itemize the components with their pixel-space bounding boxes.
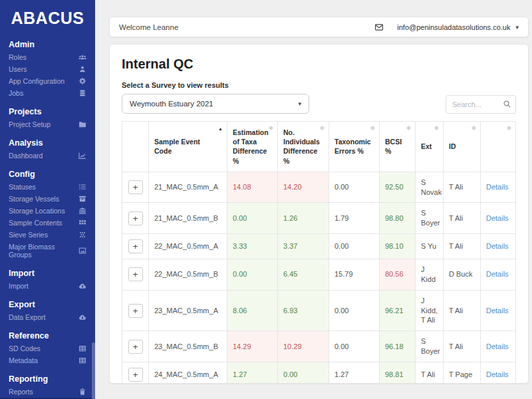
col-taxonomic-errors[interactable]: Taxonomic Errors % bbox=[329, 122, 380, 172]
cloud-download-icon bbox=[78, 313, 86, 321]
sample-event-code-cell: 23_MAC_0.5mm_A bbox=[149, 290, 227, 331]
individuals-diff-cell: 6.45 bbox=[278, 259, 329, 291]
sidebar-item-storage-locations[interactable]: Storage Locations bbox=[0, 205, 95, 217]
details-link[interactable]: Details bbox=[486, 342, 509, 350]
mail-icon[interactable] bbox=[374, 23, 384, 32]
bcsi-cell: 98.81 bbox=[380, 362, 416, 384]
qc-results-table: Sample Event Code▲ Estimation of Taxa Di… bbox=[122, 121, 516, 384]
col-expand bbox=[122, 122, 149, 172]
expand-row-button[interactable]: + bbox=[128, 340, 143, 354]
sidebar-item-statuses[interactable]: Statuses bbox=[0, 181, 95, 193]
grid-cells-icon bbox=[78, 219, 86, 227]
id-cell: T Ali bbox=[444, 290, 481, 331]
expand-row-button[interactable]: + bbox=[128, 368, 143, 382]
expand-row-button[interactable]: + bbox=[128, 180, 143, 194]
expand-row-button[interactable]: + bbox=[128, 239, 143, 253]
sort-icon bbox=[471, 126, 476, 130]
user-icon bbox=[78, 65, 86, 73]
sidebar-item-label: Metadata bbox=[9, 356, 38, 364]
sidebar-item-label: Users bbox=[9, 65, 27, 73]
image-icon bbox=[78, 247, 86, 255]
bcsi-cell: 98.80 bbox=[380, 203, 416, 234]
sidebar-item-project-setup[interactable]: Project Setup bbox=[0, 118, 95, 130]
expand-row-button[interactable]: + bbox=[128, 211, 143, 225]
sidebar-item-storage-vessels[interactable]: Storage Vessels bbox=[0, 193, 95, 205]
expand-row-button[interactable]: + bbox=[128, 304, 143, 318]
expand-row-button[interactable]: + bbox=[128, 267, 143, 281]
sidebar-item-app-configuration[interactable]: App Configuration bbox=[0, 75, 95, 87]
database-icon bbox=[78, 89, 86, 97]
est-taxa-diff-cell: 3.33 bbox=[227, 234, 278, 259]
details-link[interactable]: Details bbox=[486, 270, 509, 278]
bcsi-cell: 98.10 bbox=[380, 234, 416, 259]
chevron-down-icon: ▾ bbox=[515, 24, 519, 31]
individuals-diff-cell: 0.00 bbox=[278, 362, 329, 384]
details-link[interactable]: Details bbox=[486, 307, 509, 315]
id-cell: T Ali bbox=[444, 234, 481, 259]
taxonomic-errors-cell: 0.00 bbox=[329, 290, 380, 331]
sidebar-item-dashboard[interactable]: Dashboard bbox=[0, 150, 95, 162]
bcsi-cell: 96.21 bbox=[380, 290, 416, 331]
app-window: ABACUS Admin Roles Users App Configurati… bbox=[0, 0, 532, 399]
est-taxa-diff-cell: 14.29 bbox=[227, 331, 278, 362]
sidebar-item-label: Dashboard bbox=[9, 152, 43, 160]
chart-icon bbox=[78, 152, 86, 160]
sidebar-scrollbar[interactable] bbox=[92, 342, 95, 399]
sidebar-item-jobs[interactable]: Jobs bbox=[0, 87, 95, 99]
individuals-diff-cell: 1.26 bbox=[278, 203, 329, 234]
sample-event-code-cell: 22_MAC_0.5mm_A bbox=[149, 234, 227, 259]
sidebar-item-label: Jobs bbox=[9, 89, 23, 97]
sidebar-item-sd-codes[interactable]: SD Codes bbox=[0, 342, 95, 354]
sidebar-item-roles[interactable]: Roles bbox=[0, 51, 95, 63]
sidebar: ABACUS Admin Roles Users App Configurati… bbox=[0, 0, 95, 399]
individuals-diff-cell: 10.29 bbox=[278, 331, 329, 362]
sort-icon bbox=[320, 126, 325, 130]
table-row: + 22_MAC_0.5mm_B 0.00 6.45 15.79 80.56 J… bbox=[122, 259, 516, 291]
col-sample-event-code[interactable]: Sample Event Code▲ bbox=[149, 122, 227, 172]
col-individuals-difference[interactable]: No. Individuals Difference % bbox=[278, 122, 329, 172]
bcsi-cell: 96.18 bbox=[380, 331, 416, 362]
sort-icon bbox=[269, 126, 273, 130]
col-id[interactable]: ID bbox=[444, 122, 481, 172]
details-link[interactable]: Details bbox=[486, 214, 509, 222]
ext-cell: J Kidd, T Ali bbox=[416, 290, 444, 331]
sidebar-item-label: Sample Contents bbox=[9, 219, 63, 227]
ext-cell: S Boyer bbox=[416, 331, 444, 362]
details-link[interactable]: Details bbox=[486, 370, 509, 378]
sidebar-item-import[interactable]: Import bbox=[0, 280, 95, 292]
details-link[interactable]: Details bbox=[486, 183, 509, 191]
col-bcsi[interactable]: BCSI % bbox=[380, 122, 416, 172]
individuals-diff-cell: 6.93 bbox=[278, 290, 329, 331]
ext-cell: S Boyer bbox=[416, 203, 444, 234]
sidebar-section-admin: Admin bbox=[9, 40, 86, 49]
sidebar-item-label: Roles bbox=[9, 53, 27, 61]
sidebar-item-users[interactable]: Users bbox=[0, 63, 95, 75]
account-email: info@peninsuladatasolutions.co.uk bbox=[397, 23, 510, 31]
sidebar-item-major-biomass-groups[interactable]: Major Biomass Groups bbox=[0, 241, 95, 261]
sidebar-item-reports[interactable]: Reports bbox=[0, 386, 95, 398]
ext-cell: J Kidd bbox=[416, 259, 444, 291]
table-search bbox=[446, 95, 516, 114]
sidebar-item-data-export[interactable]: Data Export bbox=[0, 311, 95, 323]
sidebar-item-label: Storage Vessels bbox=[9, 195, 59, 203]
sidebar-item-label: Major Biomass Groups bbox=[9, 243, 78, 259]
table-row: + 23_MAC_0.5mm_A 8.06 6.93 0.00 96.21 J … bbox=[122, 290, 516, 331]
sidebar-item-label: SD Codes bbox=[9, 344, 41, 352]
survey-select[interactable]: Weymouth Estuary 2021 ▾ bbox=[122, 94, 309, 114]
est-taxa-diff-cell: 14.08 bbox=[227, 172, 278, 203]
col-ext[interactable]: Ext bbox=[416, 122, 444, 172]
col-estimation-taxa-difference[interactable]: Estimation of Taxa Difference % bbox=[227, 122, 278, 172]
sidebar-section-reference: Reference bbox=[9, 331, 86, 340]
sort-icon bbox=[370, 126, 375, 130]
taxonomic-errors-cell: 15.79 bbox=[329, 259, 380, 291]
sidebar-item-sieve-series[interactable]: Sieve Series bbox=[0, 229, 95, 241]
sidebar-item-metadata[interactable]: Metadata bbox=[0, 354, 95, 366]
sample-event-code-cell: 23_MAC_0.5mm_B bbox=[149, 331, 227, 362]
sort-ascending-icon: ▲ bbox=[218, 126, 223, 132]
table-header-row: Sample Event Code▲ Estimation of Taxa Di… bbox=[122, 122, 516, 172]
sort-icon bbox=[406, 126, 411, 130]
sidebar-item-sample-contents[interactable]: Sample Contents bbox=[0, 217, 95, 229]
details-link[interactable]: Details bbox=[486, 242, 509, 250]
account-menu[interactable]: info@peninsuladatasolutions.co.uk ▾ bbox=[397, 23, 519, 31]
sort-icon bbox=[434, 126, 439, 130]
